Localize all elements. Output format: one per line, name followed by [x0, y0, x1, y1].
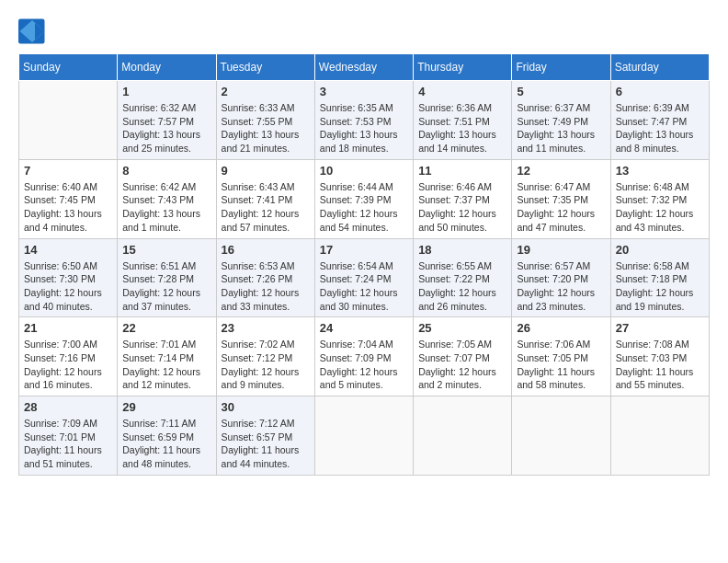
- day-info: Sunrise: 7:08 AM Sunset: 7:03 PM Dayligh…: [616, 338, 704, 392]
- day-info: Sunrise: 6:42 AM Sunset: 7:43 PM Dayligh…: [122, 180, 210, 235]
- day-number: 24: [320, 321, 408, 335]
- calendar-cell: [512, 396, 610, 476]
- calendar-cell: 7Sunrise: 6:40 AM Sunset: 7:45 PM Daylig…: [19, 159, 118, 238]
- calendar-cell: 14Sunrise: 6:50 AM Sunset: 7:30 PM Dayli…: [19, 238, 118, 317]
- day-info: Sunrise: 6:57 AM Sunset: 7:20 PM Dayligh…: [517, 259, 605, 314]
- day-info: Sunrise: 6:32 AM Sunset: 7:57 PM Dayligh…: [122, 101, 210, 155]
- day-number: 16: [222, 243, 310, 257]
- calendar-cell: [19, 81, 118, 160]
- day-number: 6: [616, 85, 704, 98]
- day-info: Sunrise: 6:50 AM Sunset: 7:30 PM Dayligh…: [24, 259, 112, 314]
- calendar-header: SundayMondayTuesdayWednesdayThursdayFrid…: [19, 54, 710, 81]
- day-info: Sunrise: 7:06 AM Sunset: 7:05 PM Dayligh…: [517, 338, 605, 392]
- calendar-cell: 5Sunrise: 6:37 AM Sunset: 7:49 PM Daylig…: [512, 81, 610, 160]
- calendar-cell: 20Sunrise: 6:58 AM Sunset: 7:18 PM Dayli…: [610, 238, 709, 317]
- calendar-cell: 2Sunrise: 6:33 AM Sunset: 7:55 PM Daylig…: [216, 81, 314, 160]
- day-number: 30: [222, 400, 310, 414]
- calendar-cell: 22Sunrise: 7:01 AM Sunset: 7:14 PM Dayli…: [118, 317, 216, 396]
- day-number: 15: [122, 243, 210, 257]
- calendar-cell: 15Sunrise: 6:51 AM Sunset: 7:28 PM Dayli…: [118, 238, 216, 317]
- day-number: 22: [122, 321, 210, 335]
- day-number: 9: [222, 164, 310, 178]
- day-info: Sunrise: 6:40 AM Sunset: 7:45 PM Dayligh…: [24, 180, 112, 235]
- day-number: 20: [616, 243, 704, 257]
- calendar-cell: 26Sunrise: 7:06 AM Sunset: 7:05 PM Dayli…: [512, 317, 610, 396]
- weekday-header-sunday: Sunday: [19, 54, 118, 81]
- day-info: Sunrise: 7:00 AM Sunset: 7:16 PM Dayligh…: [24, 338, 112, 392]
- day-number: 23: [222, 321, 310, 335]
- day-number: 12: [517, 164, 605, 178]
- calendar-cell: 4Sunrise: 6:36 AM Sunset: 7:51 PM Daylig…: [414, 81, 512, 160]
- day-info: Sunrise: 6:54 AM Sunset: 7:24 PM Dayligh…: [320, 259, 408, 314]
- day-number: 3: [320, 85, 408, 98]
- day-number: 27: [616, 321, 704, 335]
- day-number: 2: [222, 85, 310, 98]
- day-number: 26: [517, 321, 605, 335]
- calendar-cell: 9Sunrise: 6:43 AM Sunset: 7:41 PM Daylig…: [216, 159, 314, 238]
- weekday-header-wednesday: Wednesday: [314, 54, 413, 81]
- day-number: 21: [24, 321, 112, 335]
- calendar-cell: 16Sunrise: 6:53 AM Sunset: 7:26 PM Dayli…: [216, 238, 314, 317]
- calendar-cell: 12Sunrise: 6:47 AM Sunset: 7:35 PM Dayli…: [512, 159, 610, 238]
- calendar-week-1: 1Sunrise: 6:32 AM Sunset: 7:57 PM Daylig…: [19, 81, 710, 160]
- calendar-cell: [314, 396, 413, 476]
- day-info: Sunrise: 6:53 AM Sunset: 7:26 PM Dayligh…: [222, 259, 310, 314]
- calendar-cell: 11Sunrise: 6:46 AM Sunset: 7:37 PM Dayli…: [414, 159, 512, 238]
- day-number: 5: [517, 85, 605, 98]
- calendar-table: SundayMondayTuesdayWednesdayThursdayFrid…: [18, 53, 710, 476]
- day-number: 19: [517, 243, 605, 257]
- day-info: Sunrise: 6:46 AM Sunset: 7:37 PM Dayligh…: [418, 180, 506, 235]
- calendar-week-3: 14Sunrise: 6:50 AM Sunset: 7:30 PM Dayli…: [19, 238, 710, 317]
- day-number: 4: [418, 85, 506, 98]
- day-info: Sunrise: 6:39 AM Sunset: 7:47 PM Dayligh…: [616, 101, 704, 155]
- calendar-cell: 29Sunrise: 7:11 AM Sunset: 6:59 PM Dayli…: [118, 396, 216, 476]
- weekday-header-saturday: Saturday: [610, 54, 709, 81]
- day-number: 29: [122, 400, 210, 414]
- logo: [18, 18, 51, 44]
- day-number: 25: [418, 321, 506, 335]
- calendar-cell: [414, 396, 512, 476]
- day-number: 11: [418, 164, 506, 178]
- calendar-cell: 1Sunrise: 6:32 AM Sunset: 7:57 PM Daylig…: [118, 81, 216, 160]
- calendar-cell: 18Sunrise: 6:55 AM Sunset: 7:22 PM Dayli…: [414, 238, 512, 317]
- day-info: Sunrise: 7:11 AM Sunset: 6:59 PM Dayligh…: [122, 417, 210, 471]
- calendar-cell: 28Sunrise: 7:09 AM Sunset: 7:01 PM Dayli…: [19, 396, 118, 476]
- calendar-cell: 13Sunrise: 6:48 AM Sunset: 7:32 PM Dayli…: [610, 159, 709, 238]
- calendar-cell: 24Sunrise: 7:04 AM Sunset: 7:09 PM Dayli…: [314, 317, 413, 396]
- day-number: 18: [418, 243, 506, 257]
- calendar-cell: 10Sunrise: 6:44 AM Sunset: 7:39 PM Dayli…: [314, 159, 413, 238]
- calendar-week-4: 21Sunrise: 7:00 AM Sunset: 7:16 PM Dayli…: [19, 317, 710, 396]
- calendar-cell: 17Sunrise: 6:54 AM Sunset: 7:24 PM Dayli…: [314, 238, 413, 317]
- day-info: Sunrise: 6:35 AM Sunset: 7:53 PM Dayligh…: [320, 101, 408, 155]
- logo-icon: [18, 18, 46, 44]
- day-info: Sunrise: 7:12 AM Sunset: 6:57 PM Dayligh…: [222, 417, 310, 471]
- calendar-cell: 21Sunrise: 7:00 AM Sunset: 7:16 PM Dayli…: [19, 317, 118, 396]
- calendar-body: 1Sunrise: 6:32 AM Sunset: 7:57 PM Daylig…: [19, 81, 710, 476]
- day-info: Sunrise: 7:04 AM Sunset: 7:09 PM Dayligh…: [320, 338, 408, 392]
- day-number: 10: [320, 164, 408, 178]
- day-info: Sunrise: 7:09 AM Sunset: 7:01 PM Dayligh…: [24, 417, 112, 471]
- weekday-header-tuesday: Tuesday: [216, 54, 314, 81]
- calendar-cell: 23Sunrise: 7:02 AM Sunset: 7:12 PM Dayli…: [216, 317, 314, 396]
- day-number: 17: [320, 243, 408, 257]
- day-number: 8: [122, 164, 210, 178]
- calendar-cell: 27Sunrise: 7:08 AM Sunset: 7:03 PM Dayli…: [610, 317, 709, 396]
- day-info: Sunrise: 6:33 AM Sunset: 7:55 PM Dayligh…: [222, 101, 310, 155]
- day-info: Sunrise: 7:02 AM Sunset: 7:12 PM Dayligh…: [222, 338, 310, 392]
- weekday-header-friday: Friday: [512, 54, 610, 81]
- calendar-cell: 8Sunrise: 6:42 AM Sunset: 7:43 PM Daylig…: [118, 159, 216, 238]
- day-number: 28: [24, 400, 112, 414]
- calendar-cell: 30Sunrise: 7:12 AM Sunset: 6:57 PM Dayli…: [216, 396, 314, 476]
- calendar-cell: 25Sunrise: 7:05 AM Sunset: 7:07 PM Dayli…: [414, 317, 512, 396]
- day-info: Sunrise: 6:43 AM Sunset: 7:41 PM Dayligh…: [222, 180, 310, 235]
- day-info: Sunrise: 6:44 AM Sunset: 7:39 PM Dayligh…: [320, 180, 408, 235]
- day-info: Sunrise: 6:47 AM Sunset: 7:35 PM Dayligh…: [517, 180, 605, 235]
- calendar-cell: [610, 396, 709, 476]
- page-header: [18, 18, 710, 44]
- day-info: Sunrise: 7:05 AM Sunset: 7:07 PM Dayligh…: [418, 338, 506, 392]
- day-info: Sunrise: 6:37 AM Sunset: 7:49 PM Dayligh…: [517, 101, 605, 155]
- day-info: Sunrise: 6:48 AM Sunset: 7:32 PM Dayligh…: [616, 180, 704, 235]
- day-number: 14: [24, 243, 112, 257]
- day-info: Sunrise: 6:58 AM Sunset: 7:18 PM Dayligh…: [616, 259, 704, 314]
- day-number: 7: [24, 164, 112, 178]
